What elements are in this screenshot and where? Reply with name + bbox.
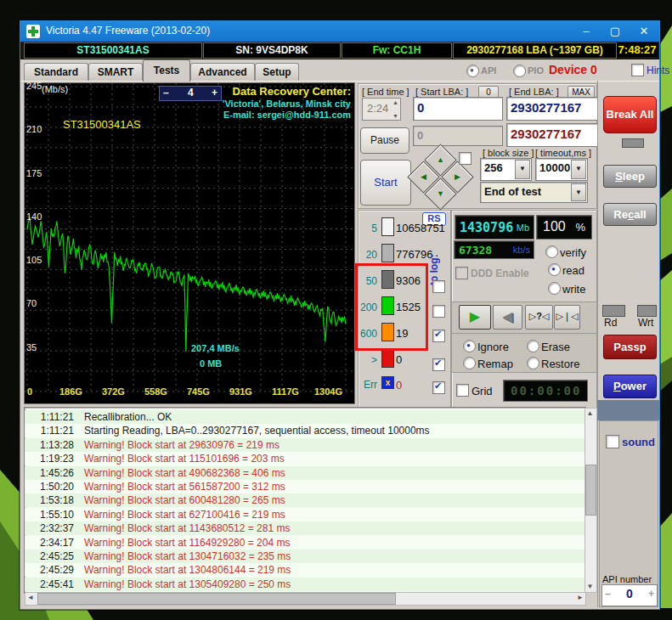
activity-indicator [622,138,644,148]
verify-radio[interactable] [545,245,558,258]
sidebar-band [597,400,659,420]
zoom-in-button[interactable]: + [212,87,217,99]
api-number-spinner: – 0 + [601,584,658,606]
minimize-button[interactable]: – [573,21,600,42]
seek-checkbox[interactable] [459,152,472,165]
log-600-checkbox[interactable]: ✔ [432,330,445,342]
scroll-left-icon[interactable]: ◄ [25,593,36,603]
api-radio[interactable]: ● [466,65,479,77]
scroll-right-icon[interactable]: ► [575,593,585,603]
pause-button[interactable]: Pause [360,127,409,154]
x-tick-label: 1304G [314,386,342,397]
break-all-button[interactable]: Break All [603,96,657,133]
passp-button[interactable]: Passp [603,335,657,359]
log-row: 1:50:20Warning! Block start at 561587200… [25,480,586,493]
title-bar[interactable]: Victoria 4.47 Freeware (2013-02-20) – ▢ … [20,21,659,42]
seek-end-button[interactable]: ▷❘◁ [554,305,580,330]
log-50-checkbox[interactable] [432,280,445,293]
restore-radio[interactable] [527,357,539,369]
tab-setup[interactable]: Setup [255,63,299,81]
play-button[interactable]: ▶ [459,305,491,330]
tab-tests[interactable]: Tests [143,59,190,82]
log-row: 2:45:41Warning! Block start at 130540928… [25,578,586,591]
stat-value: 776796 [396,248,432,261]
log-200-checkbox[interactable] [432,305,445,318]
scroll-down-icon[interactable]: ▼ [585,582,595,592]
x-tick-label: 186G [59,386,82,397]
dropdown-arrow-icon[interactable]: ▼ [571,183,586,201]
seek-question-icon: ▷?◁ [529,311,550,321]
api-plus-button[interactable]: + [648,588,654,600]
back-button[interactable]: ◀ [493,305,522,330]
dropdown-arrow-icon[interactable]: ▼ [571,160,586,179]
log-row: 1:11:21Recallibration... OK [25,410,586,424]
hints-checkbox[interactable] [631,64,644,76]
log-row: 2:45:29Warning! Block start at 130480614… [25,563,586,577]
start-button[interactable]: Start [360,160,411,206]
power-button[interactable]: Power [603,375,657,398]
tab-standard[interactable]: Standard [24,63,88,81]
drive-serial: SN: 9VS4DP8K [203,42,341,59]
hints-label: Hints [647,65,669,76]
y-tick-label: 245 [26,81,42,91]
rd-label: Rd [604,317,617,329]
scroll-thumb[interactable] [585,465,596,516]
grid-checkbox[interactable] [456,384,469,397]
scroll-up-icon[interactable]: ▲ [585,409,595,419]
end-lba-input[interactable]: 2930277167 [506,97,598,121]
pio-label: PIO [528,65,544,76]
dropdown-arrow-icon[interactable]: ▼ [515,160,530,179]
pio-radio[interactable] [513,65,526,77]
sleep-button[interactable]: Sleep [603,165,657,188]
y-tick-label: 105 [26,255,42,265]
block-size-select[interactable]: 256▼ [480,158,532,181]
log-row: 2:32:37Warning! Block start at 114368051… [25,521,586,535]
log-list: 1:11:21Recallibration... OK1:11:21Starti… [24,407,586,594]
timeout-select[interactable]: 10000▼ [535,158,588,181]
timer-lcd: 00:00:00 [503,380,588,402]
error-swatch: x [381,376,394,389]
remap-radio[interactable] [463,357,476,369]
read-label: read [562,264,584,277]
log-horizontal-scrollbar[interactable]: ◄ ► [25,592,586,606]
drive-capacity: 2930277168 LBA (~1397 GB) [453,42,617,59]
ignore-radio[interactable]: ● [463,340,476,352]
tab-advanced[interactable]: Advanced [190,63,255,81]
block-size-label: [ block size ] [483,148,534,158]
start-lba-label: [ Start LBA: ] [415,87,468,97]
api-minus-button[interactable]: – [605,588,611,600]
to-log-label: to log: [428,234,440,285]
end-time-label: [ End time ] [362,87,409,97]
log-over-checkbox[interactable]: ✔ [432,358,445,371]
log-row: 1:13:28Warning! Block start at 29630976 … [25,438,586,452]
percent-lcd: 100 % [536,215,592,240]
start-lba-input[interactable]: 0 [413,97,503,121]
maximize-button[interactable]: ▢ [601,21,629,42]
log-err-checkbox[interactable]: ✔ [432,381,445,394]
stat-label: > [359,354,377,366]
close-button[interactable]: ✕ [630,21,658,42]
log-vertical-scrollbar[interactable]: ▲ ▼ [584,408,597,593]
end-time-spinner[interactable]: 2:24 ▲ ▼ [362,98,401,121]
stat-value-errors: 0 [396,379,402,392]
erase-radio[interactable] [527,340,539,352]
end-of-test-select[interactable]: End of test▼ [480,182,588,203]
recall-button[interactable]: Recall [603,203,657,226]
scroll-thumb[interactable] [37,593,396,605]
zoom-out-button[interactable]: – [163,87,169,99]
drive-model: ST31500341AS [24,42,202,59]
restore-label: Restore [541,358,580,370]
tab-smart[interactable]: SMART [88,63,143,81]
zoom-level: 4 [188,87,194,99]
erase-label: Erase [541,341,570,353]
drive-info-bar: ST31500341AS SN: 9VS4DP8K Fw: CC1H 29302… [20,42,659,59]
window-title: Victoria 4.47 Freeware (2013-02-20) [46,25,210,37]
x-tick-label: 931G [229,386,252,397]
read-radio[interactable]: ● [548,263,561,276]
sound-checkbox[interactable] [606,435,619,448]
sound-label: sound [622,436,655,448]
write-radio[interactable] [548,282,561,295]
seek-test-button[interactable]: ▷?◁ [525,305,553,330]
back-icon: ◀ [502,309,512,324]
stat-swatch [381,349,394,368]
